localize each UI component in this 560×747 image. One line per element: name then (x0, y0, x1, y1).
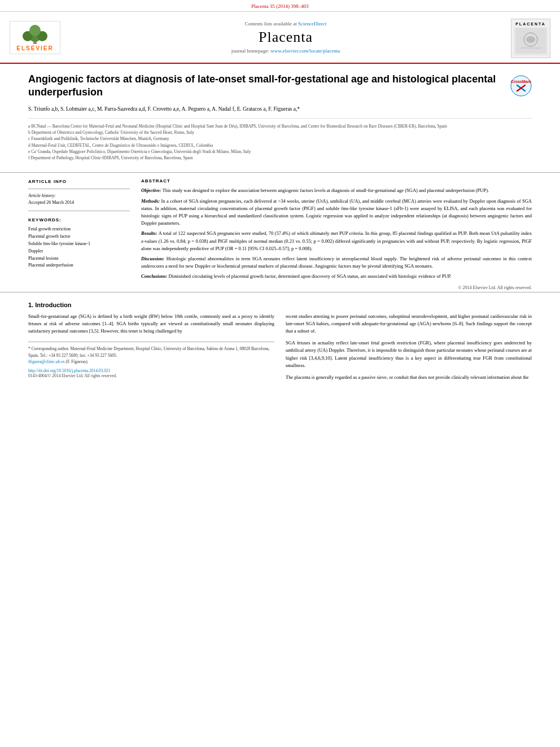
elsevier-logo: ELSEVIER (10, 21, 60, 54)
email-link[interactable]: ffiguera@clinic.ub.es (28, 359, 65, 364)
affiliation-f: f Department of Pathology, Hospital Clín… (28, 155, 532, 161)
article-info-col: ARTICLE INFO Article history: Accepted 2… (28, 178, 130, 291)
affiliation-d: d Maternal-Fetal Unit, CEDIFETAL, Centro… (28, 142, 532, 148)
article-info-abstract-row: ARTICLE INFO Article history: Accepted 2… (0, 172, 560, 291)
copyright-text: © 2014 Elsevier Ltd. All rights reserved… (141, 285, 532, 291)
citation-text: Placenta 35 (2014) 398–403 (251, 3, 309, 9)
affiliation-e: e Ca' Granda, Ospedale Maggiore Policlin… (28, 148, 532, 155)
intro-para-4: The placenta is generally regarded as a … (286, 374, 532, 381)
intro-left-text: Small-for-gestational age (SGA) is defin… (28, 313, 274, 335)
elsevier-tree-icon (15, 24, 55, 44)
homepage-link[interactable]: www.elsevier.com/locate/placenta (270, 48, 340, 54)
placenta-image-icon (515, 28, 546, 54)
intro-two-col: Small-for-gestational age (SGA) is defin… (28, 313, 532, 386)
citation-bar: Placenta 35 (2014) 398–403 (0, 0, 560, 12)
crossmark-badge[interactable]: CrossMark (510, 75, 532, 97)
elsevier-text-label: ELSEVIER (16, 45, 53, 51)
abstract-methods: Methods: In a cohort of SGA singleton pr… (141, 198, 532, 228)
placenta-logo-text: PLACENTA (515, 22, 546, 26)
discussion-label: Discussion: (141, 256, 167, 261)
affiliation-a: a BCNatal — Barcelona Center for Materna… (28, 123, 532, 129)
objective-text: This study was designed to explore the a… (163, 187, 489, 193)
keyword-6: Placental underperfusion (28, 262, 130, 269)
intro-left-col: Small-for-gestational age (SGA) is defin… (28, 313, 274, 386)
abstract-discussion: Discussion: Histologic placental abnorma… (141, 255, 532, 270)
journal-header-left: ELSEVIER (7, 16, 63, 58)
contents-text: Contents lists available at ScienceDirec… (245, 21, 327, 27)
abstract-heading: ABSTRACT (141, 178, 532, 184)
journal-title: Placenta (259, 29, 313, 46)
intro-para-2: recent studies attesting to poorer perin… (286, 313, 532, 335)
abstract-col: ABSTRACT Objective: This study was desig… (141, 178, 532, 291)
abstract-conclusions: Conclusions: Diminished circulating leve… (141, 273, 532, 280)
journal-header-right: PLACENTA (508, 16, 553, 58)
article-title-row: Angiogenic factors at diagnosis of late-… (28, 73, 532, 99)
svg-point-7 (526, 36, 535, 43)
email-note: (F. Figueras). (66, 359, 89, 364)
article-info-heading: ARTICLE INFO (28, 178, 130, 185)
issn-text: 0143-4004/© 2014 Elsevier Ltd. All right… (28, 373, 274, 378)
footnotes: * Corresponding author. Maternal-Fetal M… (28, 342, 274, 365)
intro-right-col: recent studies attesting to poorer perin… (286, 313, 532, 386)
intro-para-1: Small-for-gestational age (SGA) is defin… (28, 313, 274, 335)
keyword-5: Placental lesions (28, 255, 130, 263)
corresponding-note: * Corresponding author. Maternal-Fetal M… (28, 346, 274, 359)
affiliations: a BCNatal — Barcelona Center for Materna… (28, 118, 532, 161)
abstract-results: Results: A total of 122 suspected SGA pr… (141, 230, 532, 252)
journal-header: ELSEVIER Contents lists available at Sci… (0, 12, 560, 64)
accepted-text: Accepted 26 March 2014 (28, 199, 130, 206)
keyword-4: Doppler (28, 248, 130, 255)
keywords-section: Keywords: Fetal growth restriction Place… (28, 217, 130, 269)
affiliation-c: c Frauenklinik und Poliklinik, Technisch… (28, 136, 532, 142)
svg-point-4 (29, 25, 41, 36)
homepage-label: journal homepage: (231, 48, 270, 54)
sciencedirect-link[interactable]: ScienceDirect (298, 21, 326, 27)
svg-point-9 (511, 76, 531, 96)
article-title: Angiogenic factors at diagnosis of late-… (28, 73, 505, 99)
introduction-section: 1. Introduction Small-for-gestational ag… (0, 292, 560, 386)
page-container: Placenta 35 (2014) 398–403 ELSEVIER Cont… (0, 0, 560, 386)
keyword-3: Soluble fms-like tyrosine kinase-1 (28, 241, 130, 248)
keyword-2: Placental growth factor (28, 233, 130, 241)
journal-header-center: Contents lists available at ScienceDirec… (69, 16, 502, 58)
keywords-heading: Keywords: (28, 217, 130, 224)
placenta-logo-image (514, 27, 548, 55)
section-number: 1. (28, 302, 33, 308)
objective-label: Objective: (141, 187, 163, 193)
contents-label: Contents lists available at (245, 21, 298, 27)
article-info: ARTICLE INFO Article history: Accepted 2… (28, 178, 130, 269)
authors: S. Triunfo a,b, S. Lobmaier a,c, M. Parr… (28, 105, 532, 113)
results-text: A total of 122 suspected SGA pregnancies… (141, 230, 532, 251)
email-line: ffiguera@clinic.ub.es (F. Figueras). (28, 359, 274, 365)
abstract-text: Objective: This study was designed to ex… (141, 187, 532, 291)
abstract-section: ABSTRACT Objective: This study was desig… (141, 178, 532, 291)
svg-text:CrossMark: CrossMark (511, 80, 531, 84)
conclusions-text: Diminished circulating levels of placent… (168, 273, 451, 279)
doi-link[interactable]: http://dx.doi.org/10.1016/j.placenta.201… (28, 368, 274, 373)
methods-text: In a cohort of SGA singleton pregnancies… (141, 198, 532, 226)
discussion-text: Histologic placental abnormalities in te… (141, 256, 532, 269)
abstract-objective: Objective: This study was designed to ex… (141, 187, 532, 194)
section-name: Introduction (35, 302, 71, 308)
results-label: Results: (141, 230, 159, 236)
placenta-logo: PLACENTA (511, 19, 550, 58)
intro-right-text: recent studies attesting to poorer perin… (286, 313, 532, 381)
crossmark-icon: CrossMark (510, 75, 532, 97)
conclusions-label: Conclusions: (141, 273, 168, 279)
history-label: Article history: (28, 193, 130, 199)
journal-homepage: journal homepage: www.elsevier.com/locat… (231, 48, 340, 54)
intro-para-3: SGA fetuses in actuality reflect late-on… (286, 339, 532, 369)
article-section: Angiogenic factors at diagnosis of late-… (0, 64, 560, 167)
affiliation-b: b Department of Obstetrics and Gynecolog… (28, 129, 532, 136)
section-title: 1. Introduction (28, 302, 532, 308)
keyword-1: Fetal growth restriction (28, 226, 130, 233)
methods-label: Methods: (141, 198, 161, 204)
